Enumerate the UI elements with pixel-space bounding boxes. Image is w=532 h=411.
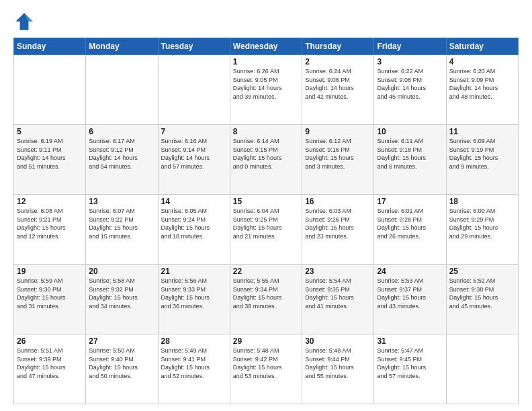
calendar-cell bbox=[14, 55, 86, 125]
day-number: 8 bbox=[233, 127, 299, 136]
calendar-cell: 18Sunrise: 6:00 AM Sunset: 9:29 PM Dayli… bbox=[446, 195, 518, 265]
day-number: 13 bbox=[89, 197, 154, 206]
day-info: Sunrise: 5:54 AM Sunset: 9:35 PM Dayligh… bbox=[305, 277, 371, 310]
day-info: Sunrise: 5:51 AM Sunset: 9:39 PM Dayligh… bbox=[17, 347, 83, 380]
calendar-week-3: 12Sunrise: 6:08 AM Sunset: 9:21 PM Dayli… bbox=[14, 195, 519, 265]
calendar-cell: 5Sunrise: 6:19 AM Sunset: 9:11 PM Daylig… bbox=[14, 125, 86, 195]
day-info: Sunrise: 5:58 AM Sunset: 9:32 PM Dayligh… bbox=[89, 277, 154, 310]
calendar-cell: 2Sunrise: 6:24 AM Sunset: 9:06 PM Daylig… bbox=[302, 55, 374, 125]
day-number: 27 bbox=[89, 336, 154, 346]
day-number: 18 bbox=[449, 197, 515, 206]
day-info: Sunrise: 6:03 AM Sunset: 9:26 PM Dayligh… bbox=[305, 207, 371, 240]
calendar-cell: 28Sunrise: 5:49 AM Sunset: 9:41 PM Dayli… bbox=[158, 334, 230, 404]
day-info: Sunrise: 6:20 AM Sunset: 9:09 PM Dayligh… bbox=[449, 67, 515, 101]
calendar-cell: 14Sunrise: 6:05 AM Sunset: 9:24 PM Dayli… bbox=[158, 195, 230, 265]
calendar-cell: 12Sunrise: 6:08 AM Sunset: 9:21 PM Dayli… bbox=[14, 195, 86, 265]
calendar-cell: 15Sunrise: 6:04 AM Sunset: 9:25 PM Dayli… bbox=[230, 195, 302, 265]
calendar-cell: 7Sunrise: 6:16 AM Sunset: 9:14 PM Daylig… bbox=[158, 125, 230, 195]
day-info: Sunrise: 6:12 AM Sunset: 9:16 PM Dayligh… bbox=[305, 137, 371, 171]
logo-icon bbox=[13, 11, 35, 32]
day-info: Sunrise: 6:26 AM Sunset: 9:05 PM Dayligh… bbox=[233, 67, 299, 101]
day-number: 21 bbox=[161, 267, 227, 276]
day-info: Sunrise: 6:05 AM Sunset: 9:24 PM Dayligh… bbox=[161, 207, 227, 240]
day-number: 19 bbox=[17, 267, 83, 276]
calendar-cell: 29Sunrise: 5:48 AM Sunset: 9:42 PM Dayli… bbox=[230, 334, 302, 404]
day-info: Sunrise: 5:50 AM Sunset: 9:40 PM Dayligh… bbox=[89, 347, 154, 380]
calendar-cell: 26Sunrise: 5:51 AM Sunset: 9:39 PM Dayli… bbox=[14, 334, 86, 404]
day-number: 2 bbox=[305, 57, 371, 66]
day-info: Sunrise: 6:14 AM Sunset: 9:15 PM Dayligh… bbox=[233, 137, 299, 171]
calendar-cell: 22Sunrise: 5:55 AM Sunset: 9:34 PM Dayli… bbox=[230, 265, 302, 334]
day-number: 5 bbox=[17, 127, 83, 136]
day-info: Sunrise: 6:08 AM Sunset: 9:21 PM Dayligh… bbox=[17, 207, 83, 240]
calendar-week-2: 5Sunrise: 6:19 AM Sunset: 9:11 PM Daylig… bbox=[14, 125, 519, 195]
calendar-cell: 8Sunrise: 6:14 AM Sunset: 9:15 PM Daylig… bbox=[230, 125, 302, 195]
day-info: Sunrise: 5:49 AM Sunset: 9:41 PM Dayligh… bbox=[161, 347, 227, 380]
day-number: 23 bbox=[305, 267, 371, 276]
day-info: Sunrise: 5:53 AM Sunset: 9:37 PM Dayligh… bbox=[377, 277, 443, 310]
calendar-cell: 21Sunrise: 5:56 AM Sunset: 9:33 PM Dayli… bbox=[158, 265, 230, 334]
day-info: Sunrise: 6:24 AM Sunset: 9:06 PM Dayligh… bbox=[305, 67, 371, 101]
day-number: 29 bbox=[233, 336, 299, 346]
calendar-cell: 17Sunrise: 6:01 AM Sunset: 9:28 PM Dayli… bbox=[374, 195, 446, 265]
day-info: Sunrise: 5:48 AM Sunset: 9:44 PM Dayligh… bbox=[305, 347, 371, 380]
day-number: 17 bbox=[377, 197, 443, 206]
day-number: 31 bbox=[377, 336, 443, 346]
day-info: Sunrise: 6:00 AM Sunset: 9:29 PM Dayligh… bbox=[449, 207, 515, 240]
calendar-cell: 31Sunrise: 5:47 AM Sunset: 9:45 PM Dayli… bbox=[374, 334, 446, 404]
calendar-cell: 6Sunrise: 6:17 AM Sunset: 9:12 PM Daylig… bbox=[86, 125, 158, 195]
day-number: 9 bbox=[305, 127, 371, 136]
day-number: 16 bbox=[305, 197, 371, 206]
day-info: Sunrise: 5:56 AM Sunset: 9:33 PM Dayligh… bbox=[161, 277, 227, 310]
calendar-cell: 19Sunrise: 5:59 AM Sunset: 9:30 PM Dayli… bbox=[14, 265, 86, 334]
calendar-cell: 13Sunrise: 6:07 AM Sunset: 9:22 PM Dayli… bbox=[86, 195, 158, 265]
day-number: 28 bbox=[161, 336, 227, 346]
day-number: 15 bbox=[233, 197, 299, 206]
calendar-cell bbox=[86, 55, 158, 125]
day-number: 22 bbox=[233, 267, 299, 276]
header bbox=[13, 11, 519, 32]
day-info: Sunrise: 6:17 AM Sunset: 9:12 PM Dayligh… bbox=[89, 137, 154, 171]
calendar-cell: 3Sunrise: 6:22 AM Sunset: 9:08 PM Daylig… bbox=[374, 55, 446, 125]
calendar-cell: 16Sunrise: 6:03 AM Sunset: 9:26 PM Dayli… bbox=[302, 195, 374, 265]
calendar-cell bbox=[158, 55, 230, 125]
weekday-header-sunday: Sunday bbox=[14, 38, 86, 55]
day-info: Sunrise: 5:48 AM Sunset: 9:42 PM Dayligh… bbox=[233, 347, 299, 380]
day-number: 24 bbox=[377, 267, 443, 276]
day-info: Sunrise: 5:55 AM Sunset: 9:34 PM Dayligh… bbox=[233, 277, 299, 310]
day-info: Sunrise: 6:04 AM Sunset: 9:25 PM Dayligh… bbox=[233, 207, 299, 240]
calendar-cell: 10Sunrise: 6:11 AM Sunset: 9:18 PM Dayli… bbox=[374, 125, 446, 195]
weekday-header-wednesday: Wednesday bbox=[230, 38, 302, 55]
day-number: 10 bbox=[377, 127, 443, 136]
calendar-cell: 27Sunrise: 5:50 AM Sunset: 9:40 PM Dayli… bbox=[86, 334, 158, 404]
day-info: Sunrise: 6:07 AM Sunset: 9:22 PM Dayligh… bbox=[89, 207, 154, 240]
day-info: Sunrise: 5:47 AM Sunset: 9:45 PM Dayligh… bbox=[377, 347, 443, 380]
calendar-table: SundayMondayTuesdayWednesdayThursdayFrid… bbox=[13, 38, 519, 404]
day-number: 7 bbox=[161, 127, 227, 136]
day-number: 12 bbox=[17, 197, 83, 206]
day-info: Sunrise: 6:19 AM Sunset: 9:11 PM Dayligh… bbox=[17, 137, 83, 171]
calendar-cell: 24Sunrise: 5:53 AM Sunset: 9:37 PM Dayli… bbox=[374, 265, 446, 334]
calendar-cell bbox=[446, 334, 518, 404]
day-number: 4 bbox=[449, 57, 515, 66]
weekday-header-saturday: Saturday bbox=[446, 38, 518, 55]
day-number: 20 bbox=[89, 267, 154, 276]
day-info: Sunrise: 6:01 AM Sunset: 9:28 PM Dayligh… bbox=[377, 207, 443, 240]
calendar-week-4: 19Sunrise: 5:59 AM Sunset: 9:30 PM Dayli… bbox=[14, 265, 519, 334]
day-info: Sunrise: 6:09 AM Sunset: 9:19 PM Dayligh… bbox=[449, 137, 515, 171]
weekday-header-row: SundayMondayTuesdayWednesdayThursdayFrid… bbox=[14, 38, 519, 55]
weekday-header-thursday: Thursday bbox=[302, 38, 374, 55]
day-number: 14 bbox=[161, 197, 227, 206]
day-info: Sunrise: 6:16 AM Sunset: 9:14 PM Dayligh… bbox=[161, 137, 227, 171]
calendar-cell: 11Sunrise: 6:09 AM Sunset: 9:19 PM Dayli… bbox=[446, 125, 518, 195]
calendar-week-1: 1Sunrise: 6:26 AM Sunset: 9:05 PM Daylig… bbox=[14, 55, 519, 125]
day-number: 3 bbox=[377, 57, 443, 66]
day-info: Sunrise: 5:59 AM Sunset: 9:30 PM Dayligh… bbox=[17, 277, 83, 310]
day-number: 25 bbox=[449, 267, 515, 276]
calendar-cell: 1Sunrise: 6:26 AM Sunset: 9:05 PM Daylig… bbox=[230, 55, 302, 125]
calendar-week-5: 26Sunrise: 5:51 AM Sunset: 9:39 PM Dayli… bbox=[14, 334, 519, 404]
weekday-header-monday: Monday bbox=[86, 38, 158, 55]
day-number: 26 bbox=[17, 336, 83, 346]
day-number: 11 bbox=[449, 127, 515, 136]
calendar-cell: 30Sunrise: 5:48 AM Sunset: 9:44 PM Dayli… bbox=[302, 334, 374, 404]
